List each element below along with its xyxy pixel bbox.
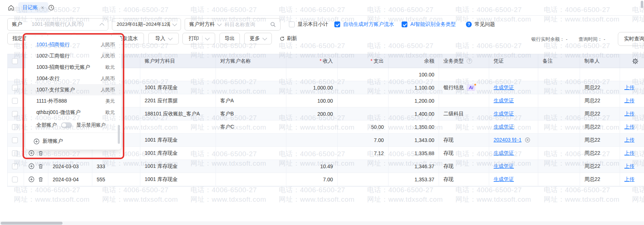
search-icon[interactable] bbox=[270, 21, 276, 27]
cell-remark bbox=[538, 147, 580, 159]
faq-link[interactable]: ? 常见问题 bbox=[466, 21, 495, 28]
select-all-checkbox[interactable] bbox=[12, 58, 18, 64]
cell-voucher: 生成凭证 bbox=[489, 173, 538, 186]
top-tab-bar: 日记账 × bbox=[0, 0, 644, 16]
cell-biz-type: 存现 bbox=[439, 173, 489, 186]
cell-income: 100.00 bbox=[286, 94, 338, 107]
generate-voucher-link[interactable]: 生成凭证 bbox=[494, 98, 514, 104]
account-option-currency: 人民币 bbox=[101, 53, 115, 59]
account-option[interactable]: 1004-农行人民币 bbox=[25, 73, 121, 84]
checkbox-checked[interactable] bbox=[402, 21, 407, 27]
account-option[interactable]: 1002-工商银行人民币 bbox=[25, 50, 121, 62]
refresh-button[interactable]: 刷新 bbox=[275, 33, 301, 44]
upload-link[interactable]: 上传 bbox=[624, 84, 635, 91]
subject-type-select[interactable]: 账户对方科 bbox=[189, 21, 215, 28]
realtime-balance-label: 银行实时余额： bbox=[531, 36, 564, 42]
voucher-link[interactable]: 202403 转-1 bbox=[494, 137, 522, 143]
cell-biz-type: 存现 bbox=[439, 160, 489, 173]
tab-close-icon[interactable]: × bbox=[41, 5, 44, 10]
cell-date: 2024-03-03 bbox=[48, 160, 92, 173]
realtime-query-button[interactable]: 实时查询 bbox=[618, 32, 644, 46]
print-split-button[interactable]: 打印 bbox=[182, 33, 215, 44]
cell-income bbox=[286, 121, 338, 133]
add-account-button[interactable]: 新增账户 bbox=[25, 133, 121, 150]
header-balance: 余额 bbox=[389, 54, 439, 68]
row-actions-cell bbox=[24, 160, 48, 173]
all-accounts-option[interactable]: 全部账户 bbox=[36, 122, 57, 129]
ai-recognize-checkbox[interactable]: AI智能识别业务类型 bbox=[402, 21, 456, 28]
export-button[interactable]: 导出 bbox=[220, 33, 240, 44]
show-daily-subtotal-checkbox[interactable]: 显示本日小计 bbox=[289, 21, 328, 28]
checkbox-checked[interactable] bbox=[334, 21, 340, 27]
row-checkbox[interactable] bbox=[12, 85, 18, 91]
column-settings-gear-icon[interactable] bbox=[632, 58, 639, 66]
generate-voucher-link[interactable]: 生成凭证 bbox=[494, 84, 514, 91]
row-checkbox[interactable] bbox=[12, 98, 18, 104]
upload-link[interactable]: 上传 bbox=[624, 176, 635, 183]
checkbox-unchecked[interactable] bbox=[289, 21, 295, 27]
header-subject-label: 账户对方科目 bbox=[145, 58, 175, 64]
cell-income bbox=[286, 134, 338, 146]
history-clock-icon[interactable] bbox=[47, 4, 55, 12]
realtime-query-label: 实时查询 bbox=[624, 36, 644, 42]
delete-row-icon[interactable] bbox=[37, 176, 44, 182]
add-row-icon[interactable] bbox=[28, 176, 35, 182]
generate-voucher-link[interactable]: 生成凭证 bbox=[494, 150, 514, 157]
generate-voucher-link[interactable]: 生成凭证 bbox=[494, 124, 514, 130]
account-option[interactable]: 1001-招商银行人民币 bbox=[25, 39, 121, 50]
row-select-cell bbox=[8, 107, 24, 120]
creator-value: 周总22 bbox=[584, 111, 600, 117]
more-button[interactable]: 更多 bbox=[244, 33, 272, 44]
subject-search-control[interactable]: 账户对方科 bbox=[185, 18, 281, 31]
add-row-icon[interactable] bbox=[28, 150, 35, 156]
auto-generate-flow-checkbox[interactable]: 自动生成对方账户流水 bbox=[334, 21, 394, 28]
row-checkbox[interactable] bbox=[12, 111, 18, 117]
add-row-icon[interactable] bbox=[28, 163, 35, 169]
row-checkbox[interactable] bbox=[12, 163, 18, 169]
account-option[interactable]: qthbzj001-微信账户欧元 bbox=[25, 107, 121, 118]
home-icon[interactable] bbox=[7, 3, 15, 12]
cell-balance: 1,346.37 bbox=[389, 160, 439, 173]
cell-income: 1,000.00 bbox=[286, 81, 338, 94]
tab-journal[interactable]: 日记账 × bbox=[18, 2, 48, 13]
upload-link[interactable]: 上传 bbox=[624, 98, 635, 104]
generate-voucher-link[interactable]: 生成凭证 bbox=[494, 163, 514, 170]
delete-row-icon[interactable] bbox=[37, 163, 44, 169]
account-dropdown: 1001-招商银行人民币1002-工商银行人民币1003-招商银行欧元账户欧元1… bbox=[25, 36, 121, 150]
generate-voucher-link[interactable]: 生成凭证 bbox=[494, 176, 514, 183]
row-select-cell bbox=[8, 160, 24, 173]
import-button[interactable]: 导入 bbox=[148, 33, 179, 44]
upload-link[interactable]: 上传 bbox=[624, 137, 635, 143]
row-select-cell bbox=[8, 173, 24, 186]
upload-link[interactable]: 上传 bbox=[624, 111, 635, 117]
period-select[interactable]: 2023年01期~2024年12期 bbox=[112, 18, 181, 31]
header-counterparty-name: 对方账户名称 bbox=[216, 54, 286, 68]
account-select[interactable]: 账户 1001-招商银行(人民币) bbox=[7, 18, 108, 31]
row-checkbox[interactable] bbox=[12, 177, 18, 182]
account-option[interactable]: 1111-外币888美元 bbox=[25, 95, 121, 107]
upload-link[interactable]: 上传 bbox=[624, 163, 635, 170]
generate-voucher-link[interactable]: 生成凭证 bbox=[494, 111, 514, 117]
row-checkbox[interactable] bbox=[12, 137, 18, 143]
cell-biz-type bbox=[439, 94, 489, 107]
help-circle-icon[interactable]: ? bbox=[467, 58, 472, 64]
subject-search-input[interactable] bbox=[224, 21, 267, 28]
dropdown-scrollbar-thumb[interactable] bbox=[118, 125, 120, 144]
upload-link[interactable]: 上传 bbox=[624, 150, 635, 157]
account-option[interactable]: 1003-招商银行欧元账户欧元 bbox=[25, 62, 121, 73]
horizontal-scrollbar-thumb[interactable] bbox=[1, 222, 63, 225]
chevron-down-icon[interactable] bbox=[205, 36, 210, 40]
row-checkbox[interactable] bbox=[12, 150, 18, 156]
account-option[interactable]: 1007-支付宝账户人民币 bbox=[25, 84, 121, 95]
upload-link[interactable]: 上传 bbox=[624, 124, 635, 130]
all-accounts-row: 全部账户显示禁用账户 bbox=[25, 118, 121, 133]
delete-row-icon[interactable] bbox=[37, 150, 44, 156]
remove-voucher-icon[interactable] bbox=[524, 137, 531, 143]
cell-voucher: 生成凭证 bbox=[489, 94, 538, 107]
cell-doc-no: 555 bbox=[92, 173, 140, 186]
ai-badge-icon[interactable]: Ai bbox=[467, 84, 475, 91]
vertical-scrollbar-thumb[interactable] bbox=[641, 1, 643, 8]
cell-creator: 周总22 bbox=[580, 134, 620, 146]
disabled-accounts-toggle[interactable] bbox=[61, 122, 72, 128]
row-checkbox[interactable] bbox=[12, 124, 18, 130]
